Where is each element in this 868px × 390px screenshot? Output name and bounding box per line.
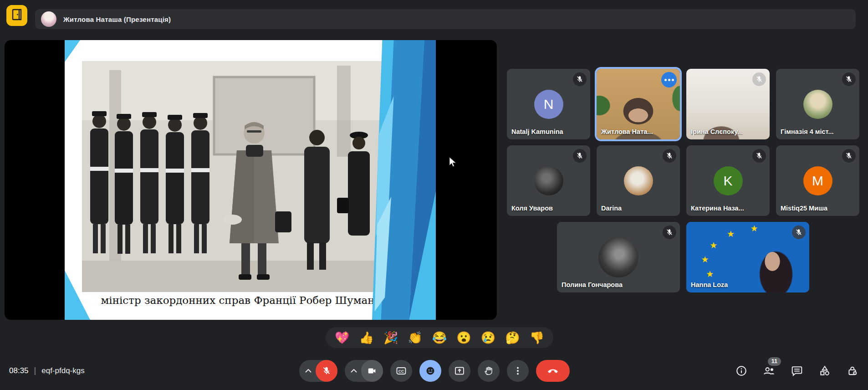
reaction-emoji[interactable]: 😢 (481, 332, 495, 344)
mic-mute-button[interactable] (316, 360, 337, 382)
reaction-emoji[interactable]: 🎉 (383, 332, 398, 344)
reactions-button[interactable] (419, 360, 441, 382)
participant-tile[interactable]: ★★★★★Hanna Loza (686, 222, 809, 292)
camera-button-group[interactable] (345, 360, 383, 382)
divider: | (34, 366, 36, 375)
participant-tile[interactable]: Ірина Слєпоку... (686, 69, 770, 139)
activities-button[interactable] (818, 360, 831, 382)
presentation-slide: міністр закордонних справ Франції Робер … (65, 40, 436, 320)
participant-tile[interactable]: Гімназія 4 міст... (776, 69, 859, 139)
info-button[interactable] (735, 360, 748, 382)
shared-screen-stage[interactable]: міністр закордонних справ Франції Робер … (5, 40, 497, 320)
people-button[interactable]: 11 (763, 360, 776, 382)
chevron-up-icon[interactable] (305, 369, 311, 373)
avatar: N (534, 90, 563, 119)
captions-button[interactable]: CC (390, 360, 412, 382)
chat-button[interactable] (791, 360, 803, 382)
participant-tile[interactable]: KКатерина Наза... (686, 145, 770, 216)
reactions-bar: 💖👍🎉👏😂😮😢🤔👎 (326, 327, 553, 348)
reaction-emoji[interactable]: 👏 (408, 332, 422, 344)
avatar (598, 237, 638, 277)
avatar: K (714, 166, 743, 195)
raise-hand-button[interactable] (478, 360, 500, 382)
presenter-name: Житлова Наташа (Презентація) (63, 15, 171, 23)
mic-muted-icon (663, 149, 676, 163)
mic-muted-icon (752, 72, 766, 86)
participant-name: Житлова Ната... (601, 128, 653, 135)
participant-tile[interactable]: Коля Уваров (507, 145, 590, 216)
slide-photo-schuman (82, 61, 394, 292)
call-controls: CC (299, 360, 570, 382)
mouse-cursor (449, 157, 458, 169)
mic-button-group[interactable] (299, 360, 337, 382)
participant-tile[interactable]: Полина Гончарова (557, 222, 680, 292)
end-call-button[interactable] (536, 360, 570, 382)
participants-row: Коля УваровDarinaKКатерина Наза...MMisti… (507, 145, 859, 216)
reaction-emoji[interactable]: 💖 (335, 332, 349, 344)
avatar: M (803, 166, 832, 195)
mic-muted-icon (842, 72, 856, 86)
meeting-code: eqf-pfdq-kgs (41, 366, 85, 375)
mic-muted-icon (573, 72, 587, 86)
participant-tile[interactable]: Житлова Ната... (597, 69, 680, 139)
participant-name: Коля Уваров (511, 205, 553, 212)
participant-tile[interactable]: Darina (597, 145, 680, 216)
participant-name: Hanna Loza (691, 281, 728, 288)
slide-caption: міністр закордонних справ Франції Робер … (65, 294, 411, 306)
participant-tile[interactable]: MMistiq25 Миша (776, 145, 859, 216)
clock-time: 08:35 (9, 366, 29, 375)
door-icon (11, 9, 22, 22)
participants-row: Полина Гончарова★★★★★Hanna Loza (507, 222, 859, 292)
reaction-emoji[interactable]: 🤔 (505, 332, 520, 344)
panel-icons: 11 (735, 360, 859, 382)
more-options-button[interactable] (507, 360, 529, 382)
mic-muted-icon (752, 149, 766, 163)
mic-muted-icon (663, 226, 676, 239)
participant-name: Darina (601, 205, 622, 212)
participant-count-badge: 11 (768, 357, 781, 366)
participant-name: Ірина Слєпоку... (691, 128, 743, 135)
meeting-room-tile[interactable] (6, 5, 27, 26)
participant-name: Полина Гончарова (562, 281, 623, 288)
slide-side-decoration (372, 40, 436, 320)
participant-tile[interactable]: NNatalj Kamunina (507, 69, 590, 139)
mic-muted-icon (792, 226, 806, 239)
reaction-emoji[interactable]: 👎 (530, 332, 544, 344)
presenter-avatar (41, 11, 56, 27)
participant-name: Катерина Наза... (691, 205, 744, 212)
present-button[interactable] (449, 360, 470, 382)
svg-text:CC: CC (398, 369, 404, 374)
avatar (624, 166, 653, 195)
reaction-emoji[interactable]: 😮 (456, 332, 471, 344)
slide-corner-decoration (65, 40, 80, 62)
tile-menu-button[interactable] (661, 72, 677, 87)
camera-button[interactable] (361, 360, 383, 382)
chevron-up-icon[interactable] (351, 369, 357, 373)
avatar (803, 90, 832, 119)
reaction-emoji[interactable]: 👍 (359, 332, 373, 344)
participant-name: Natalj Kamunina (511, 128, 563, 135)
mic-muted-icon (573, 149, 587, 163)
participants-row: NNatalj KamuninaЖитлова Ната...Ірина Слє… (507, 69, 859, 139)
host-controls-button[interactable] (846, 360, 859, 382)
participant-name: Mistiq25 Миша (781, 205, 827, 212)
participant-name: Гімназія 4 міст... (781, 128, 834, 135)
reaction-emoji[interactable]: 😂 (432, 332, 447, 344)
mic-muted-icon (842, 149, 856, 163)
meeting-info: 08:35 | eqf-pfdq-kgs (9, 366, 85, 375)
presenter-banner[interactable]: Житлова Наташа (Презентація) (35, 9, 856, 29)
avatar (534, 166, 563, 195)
participants-grid: NNatalj KamuninaЖитлова Ната...Ірина Слє… (507, 69, 859, 298)
